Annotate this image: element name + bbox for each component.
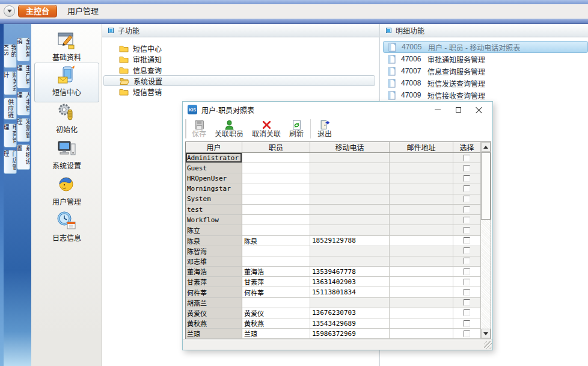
row-checkbox[interactable]	[464, 196, 470, 202]
cell-employee[interactable]: 甘素萍	[242, 277, 310, 287]
row-checkbox[interactable]	[464, 268, 470, 275]
cell-user[interactable]: 胡燕兰	[186, 298, 242, 308]
cell-phone[interactable]: 13631402903	[310, 277, 390, 287]
cell-employee[interactable]: 黄爱仪	[242, 308, 310, 318]
function-item-47009[interactable]: 47009 短信接收查询管理	[383, 89, 588, 101]
link-employee-button[interactable]: 关联职员	[210, 117, 248, 140]
maximize-button[interactable]	[448, 102, 468, 117]
row-checkbox[interactable]	[464, 237, 470, 244]
cell-email[interactable]	[390, 173, 453, 183]
cell-employee[interactable]	[242, 205, 310, 214]
cell-phone[interactable]	[310, 153, 390, 163]
nav-item-user-management[interactable]: 用户管理	[35, 175, 99, 206]
side-tab-invoice[interactable]: 发票管理	[17, 118, 30, 142]
function-item-47007[interactable]: 47007 信息查询服务管理	[383, 65, 588, 77]
cell-user[interactable]: 甘素萍	[186, 277, 242, 287]
row-checkbox[interactable]	[464, 279, 470, 285]
row-checkbox[interactable]	[464, 217, 470, 223]
cell-employee[interactable]: 兰琼	[242, 329, 310, 338]
cell-user[interactable]: Morningstar	[186, 184, 242, 194]
cell-employee[interactable]	[242, 225, 310, 235]
nav-item-log-info[interactable]: 日志信息	[35, 211, 99, 243]
cell-user[interactable]: test	[186, 205, 242, 214]
side-tab-production[interactable]: 生产管理	[17, 64, 30, 88]
cell-user[interactable]: 陈立	[186, 225, 242, 235]
cell-email[interactable]	[390, 318, 453, 328]
side-tab-hr[interactable]: 人事管理	[17, 92, 30, 116]
row-checkbox[interactable]	[464, 185, 470, 192]
save-button[interactable]: 保存	[188, 117, 210, 140]
cell-phone[interactable]	[310, 246, 390, 256]
cell-employee[interactable]	[242, 194, 310, 204]
cell-email[interactable]	[390, 236, 453, 246]
nav-item-system-settings[interactable]: 系统设置	[35, 138, 99, 170]
tab-main-console[interactable]: 主控台	[18, 5, 57, 17]
row-checkbox[interactable]	[464, 206, 470, 213]
cell-user[interactable]: 陈泉	[186, 236, 242, 246]
side-tab-finance[interactable]: 财务会计	[4, 71, 17, 95]
cell-user[interactable]: Guest	[186, 163, 242, 173]
close-button[interactable]	[468, 102, 489, 117]
function-item-47005[interactable]: 47005 用户 - 职员 - 移动电话对照表	[383, 41, 588, 53]
side-tab-store[interactable]: 门店管理	[4, 150, 17, 174]
cell-user[interactable]: Workflow	[186, 215, 242, 225]
side-tab-marketing[interactable]: 全网营销	[17, 37, 30, 61]
cell-user[interactable]: 何杵莘	[186, 287, 242, 297]
function-item-47006[interactable]: 47006 审批通知服务管理	[383, 53, 588, 65]
cell-user[interactable]: 黄秋燕	[186, 318, 242, 328]
cell-phone[interactable]	[310, 256, 390, 266]
side-tab-supply-chain[interactable]: 供应链	[4, 98, 17, 120]
cell-phone[interactable]: 13539467778	[310, 267, 390, 276]
cell-user[interactable]: 黄爱仪	[186, 308, 242, 318]
row-checkbox[interactable]	[464, 299, 470, 306]
row-checkbox[interactable]	[464, 289, 470, 296]
cell-user[interactable]: System	[186, 194, 242, 204]
cell-employee[interactable]	[242, 256, 310, 266]
cell-user[interactable]: HROpenUser	[186, 173, 242, 183]
row-checkbox[interactable]	[464, 165, 470, 172]
cell-employee[interactable]	[242, 173, 310, 183]
cell-phone[interactable]	[310, 215, 390, 225]
cell-employee[interactable]	[242, 163, 310, 173]
folder-item-sms-center[interactable]: 短信中心	[103, 43, 375, 54]
cell-user[interactable]: 董海浩	[186, 267, 242, 276]
refresh-button[interactable]: 刷新	[285, 117, 308, 140]
cell-employee[interactable]	[242, 298, 310, 308]
exit-button[interactable]: 退出	[313, 117, 336, 140]
tab-user-management[interactable]: 用户管理	[64, 6, 102, 17]
unlink-button[interactable]: 取消关联	[248, 117, 285, 140]
cell-email[interactable]	[390, 267, 453, 276]
cell-user[interactable]: 邓志维	[186, 256, 242, 266]
cell-employee[interactable]	[242, 184, 310, 194]
cell-user[interactable]: Administrator	[186, 153, 242, 163]
cell-phone[interactable]: 13676230703	[310, 308, 390, 318]
row-checkbox[interactable]	[464, 258, 470, 264]
row-checkbox[interactable]	[464, 309, 470, 316]
cell-email[interactable]	[390, 308, 453, 318]
cell-employee[interactable]	[242, 153, 310, 163]
folder-item-approval-notice[interactable]: 审批通知	[103, 54, 375, 64]
cell-email[interactable]	[390, 225, 453, 235]
cell-email[interactable]	[390, 277, 453, 287]
cell-user[interactable]: 陈智海	[186, 246, 242, 256]
row-checkbox[interactable]	[464, 330, 470, 337]
cell-employee[interactable]	[242, 215, 310, 225]
nav-item-sms-center[interactable]: 短信中心	[35, 65, 99, 97]
folder-item-info-query[interactable]: 信息查询	[103, 64, 375, 75]
scrollbar-thumb[interactable]	[481, 152, 491, 220]
cell-email[interactable]	[390, 256, 453, 266]
cell-phone[interactable]	[310, 163, 390, 173]
cell-phone[interactable]: 13543429689	[310, 318, 390, 328]
cell-phone[interactable]	[310, 225, 390, 235]
cell-email[interactable]	[390, 329, 453, 338]
cell-email[interactable]	[390, 287, 453, 297]
cell-phone[interactable]	[310, 184, 390, 194]
nav-item-base-data[interactable]: 基础资料	[35, 30, 99, 62]
cell-employee[interactable]: 董海浩	[242, 267, 310, 276]
cell-employee[interactable]: 何杵莘	[242, 287, 310, 297]
row-checkbox[interactable]	[464, 155, 470, 161]
cell-email[interactable]	[390, 153, 453, 163]
cell-email[interactable]	[390, 215, 453, 225]
cell-phone[interactable]	[310, 298, 390, 308]
vertical-scrollbar[interactable]	[480, 142, 491, 338]
